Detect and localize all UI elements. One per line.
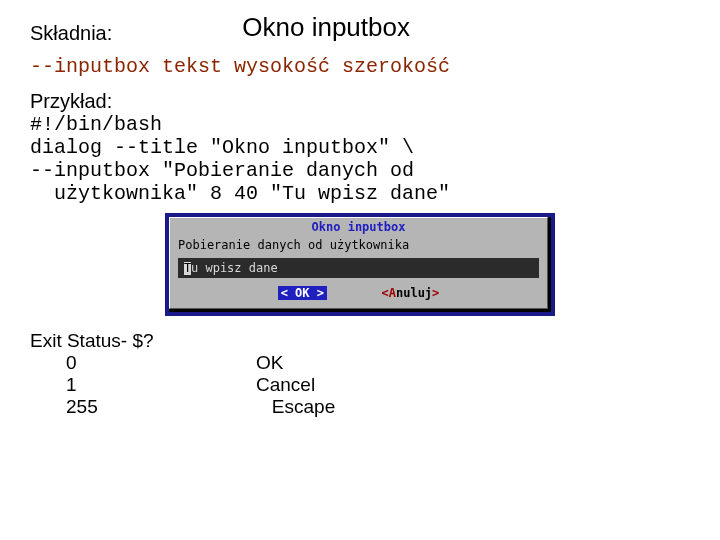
dialog-input-cursor: T xyxy=(184,262,191,275)
dialog-prompt: Pobieranie danych od użytkownika xyxy=(178,238,539,252)
exit-code: 1 xyxy=(30,374,256,396)
cancel-button[interactable]: <Anuluj> xyxy=(382,286,440,300)
label-example: Przykład: xyxy=(30,90,690,113)
page-title: Okno inputbox xyxy=(242,12,410,43)
exit-meaning: Escape xyxy=(256,396,335,418)
exit-row: 0 OK xyxy=(30,352,690,374)
label-syntax: Składnia: xyxy=(30,22,112,45)
exit-row: 1 Cancel xyxy=(30,374,690,396)
example-code: #!/bin/bash dialog --title "Okno inputbo… xyxy=(30,113,690,205)
syntax-code: --inputbox tekst wysokość szerokość xyxy=(30,55,690,78)
dialog-screenshot: Okno inputbox Pobieranie danych od użytk… xyxy=(165,213,555,316)
exit-meaning: Cancel xyxy=(256,374,315,396)
ok-button[interactable]: < OK > xyxy=(278,286,327,300)
dialog-input-text: u wpisz dane xyxy=(191,261,278,275)
exit-status-heading: Exit Status- $? xyxy=(30,330,690,352)
dialog-title: Okno inputbox xyxy=(176,220,541,234)
exit-code: 0 xyxy=(30,352,256,374)
exit-meaning: OK xyxy=(256,352,283,374)
exit-code: 255 xyxy=(30,396,256,418)
exit-status-block: Exit Status- $? 0 OK 1 Cancel 255 Escape xyxy=(30,330,690,418)
dialog-input[interactable]: Tu wpisz dane xyxy=(178,258,539,278)
exit-row: 255 Escape xyxy=(30,396,690,418)
